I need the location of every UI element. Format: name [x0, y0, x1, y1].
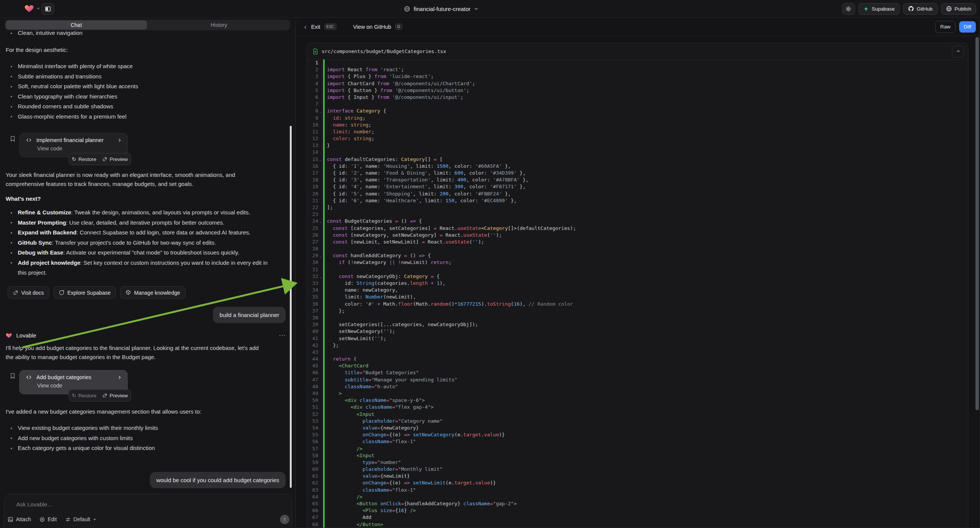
assistant-paragraph: I've added a new budget categories manag… [6, 407, 288, 416]
code-line: 17 { id: '2', name: 'Food & Dining', lim… [307, 170, 968, 177]
attach-button[interactable]: Attach [8, 516, 31, 522]
github-label: GitHub [917, 6, 933, 12]
view-on-github-button[interactable]: View on GitHub [353, 24, 391, 30]
chat-panel: Chat History Clean, intuitive navigation… [0, 17, 296, 528]
diff-toggle-button[interactable]: Diff [959, 21, 976, 33]
top-bar: financial-future-creator Supabase GitHub [0, 0, 980, 18]
github-button[interactable]: GitHub [903, 3, 937, 15]
code-line: 34 name: newCategory, [307, 287, 968, 294]
external-link-icon [102, 393, 107, 398]
code-line: 23 [307, 211, 968, 218]
view-code-link[interactable]: View code [20, 143, 127, 151]
code-editor[interactable]: 12import React from 'react';3import { Pl… [307, 59, 968, 528]
code-icon [26, 137, 32, 143]
chevron-right-icon [117, 138, 122, 143]
list-item: Add new budget categories with custom li… [6, 433, 286, 444]
visit-docs-button[interactable]: Visit docs [8, 286, 49, 299]
code-line: 5import { Button } from '@/components/ui… [307, 87, 968, 94]
code-panel-scrollbar[interactable] [975, 37, 979, 410]
code-line: 22]; [307, 204, 968, 211]
settings-button[interactable] [842, 3, 855, 15]
code-line: 21 { id: '6', name: 'Healthcare', limit:… [307, 197, 968, 204]
code-line: 27 const [newLimit, setNewLimit] = React… [307, 239, 968, 245]
design-heading: For the design aesthetic: [6, 45, 68, 54]
code-line: 40 setNewCategory(''); [307, 328, 968, 335]
code-line: 49 > [307, 390, 968, 397]
code-line: 1 [307, 59, 968, 66]
sidebar-toggle-button[interactable] [41, 3, 54, 15]
external-link-icon [102, 157, 107, 162]
code-line: 13} [307, 142, 968, 149]
list-item: Master Prompting: Use clear, detailed, a… [6, 218, 286, 228]
code-line: 39 setCategories([...categories, newCate… [307, 321, 968, 328]
publish-button[interactable]: Publish [941, 3, 976, 15]
code-line: 9 id: string; [307, 115, 968, 122]
supabase-button[interactable]: Supabase [858, 3, 900, 15]
send-button[interactable]: ↑ [280, 515, 290, 524]
code-line: 46 title="Budget Categories" [307, 369, 968, 376]
code-line: 24⌄const BudgetCategories = () => { [307, 218, 968, 224]
list-item: Debug with Ease: Activate our experiment… [6, 248, 286, 258]
raw-toggle-button[interactable]: Raw [935, 21, 955, 33]
chevron-down-icon [474, 6, 479, 11]
code-line: 12 color: string; [307, 135, 968, 142]
code-line: 36 color: '#' + Math.floor(Math.random()… [307, 301, 968, 308]
code-line: 62 onChange={(e) => setNewLimit(e.target… [307, 480, 968, 486]
code-line: 28 [307, 245, 968, 252]
code-line: 44 return ( [307, 356, 968, 363]
preview-button[interactable]: Preview [102, 393, 128, 398]
publish-label: Publish [955, 6, 971, 12]
list-item: Add project knowledge: Set key context o… [6, 258, 286, 278]
edit-mode-button[interactable]: Edit [40, 516, 57, 522]
code-line: 11 limit: number; [307, 129, 968, 135]
supabase-label: Supabase [872, 6, 895, 12]
quick-actions-row: Visit docs Explore Supabase Manage knowl… [8, 286, 186, 299]
model-selector[interactable]: Default [65, 516, 97, 522]
exit-button[interactable]: Exit [311, 24, 320, 30]
code-line: 48 className="h-auto" [307, 383, 968, 390]
code-line: 63 className="flex-1" [307, 487, 968, 493]
chat-scrollbar[interactable] [290, 126, 292, 488]
lovable-heart-icon [24, 3, 34, 13]
bookmark-icon[interactable] [10, 373, 16, 379]
restore-button[interactable]: ↻ Restore [72, 393, 97, 398]
code-line: 51 <div className="flex gap-4"> [307, 404, 968, 410]
code-line: 30 if (!newCategory || !newLimit) return… [307, 259, 968, 266]
view-code-link[interactable]: View code [20, 380, 127, 389]
code-line: 38 [307, 314, 968, 321]
g-kbd: G [395, 24, 402, 30]
lovable-logo-menu[interactable] [24, 3, 40, 13]
chevron-up-icon [956, 49, 961, 54]
list-item: Subtle animations and transitions [6, 72, 286, 82]
version-card-title: Implement financial planner [37, 137, 113, 143]
code-line: 47 subtitle="Manage your spending limits… [307, 377, 968, 383]
more-options-icon[interactable]: ⋯ [279, 331, 286, 339]
collapse-file-button[interactable] [952, 45, 964, 57]
explore-supabase-button[interactable]: Explore Supabase [53, 286, 116, 299]
project-title-menu[interactable]: financial-future-creator [404, 0, 479, 17]
code-view-panel: ‹ Exit ESC View on GitHub G Raw Diff src… [296, 17, 980, 528]
external-link-icon [13, 290, 18, 296]
restore-button[interactable]: ↻ Restore [72, 156, 97, 162]
list-item: Glass-morphic elements for a premium fee… [6, 112, 286, 122]
chevron-right-icon [117, 375, 122, 380]
chevron-left-icon[interactable]: ‹ [304, 23, 307, 30]
bookmark-icon[interactable] [10, 135, 16, 142]
partial-bullet-list: Clean, intuitive navigation [6, 28, 286, 38]
code-line: 31 [307, 266, 968, 273]
code-line: 59 type="number" [307, 459, 968, 466]
preview-button[interactable]: Preview [102, 156, 128, 162]
code-line: 50 <div className="space-y-6"> [307, 397, 968, 404]
code-line: 61 value={newLimit} [307, 473, 968, 480]
chevron-down-icon [93, 517, 97, 521]
code-line: 52 <Input [307, 411, 968, 418]
assistant-name: Lovable [16, 332, 37, 339]
code-line: 58 <Input [307, 452, 968, 459]
version-card-title: Add budget categories [37, 374, 113, 380]
manage-knowledge-button[interactable]: Manage knowledge [120, 286, 185, 299]
code-line: 56 className="flex-1" [307, 438, 968, 445]
file-header[interactable]: src/components/budget/BudgetCategories.t… [307, 43, 968, 60]
code-line: 15⌄const defaultCategories: Category[] =… [307, 156, 968, 163]
file-path: src/components/budget/BudgetCategories.t… [321, 48, 446, 54]
publish-globe-icon [946, 6, 952, 12]
